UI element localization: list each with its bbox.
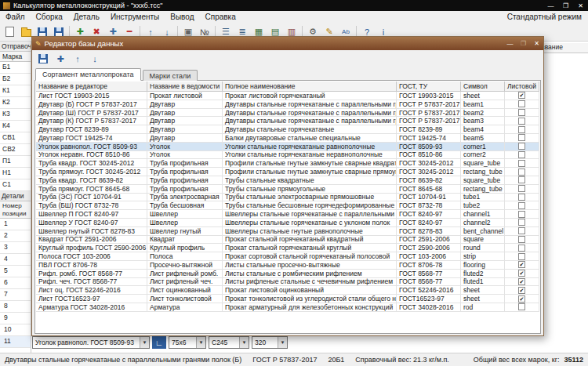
profile-select[interactable]: Уголок равнопол. ГОСТ 8509-93 ▼ (32, 336, 150, 349)
position-row[interactable]: 4 (0, 254, 31, 266)
sheet-checkbox[interactable] (518, 176, 525, 183)
file-new-button[interactable] (2, 24, 17, 40)
chevron-down-icon[interactable]: ▼ (196, 337, 205, 348)
tab-steel-marks[interactable]: Марки стали (143, 70, 198, 81)
table-row[interactable]: Полоса ГОСТ 103-2006ПолосаПрокат сортово… (36, 252, 539, 261)
mark-row[interactable]: СВ1 (0, 132, 31, 144)
mark-row[interactable]: С1 (0, 179, 31, 191)
sheet-checkbox[interactable] (518, 92, 525, 99)
table-row[interactable]: Уголок равнопол. ГОСТ 8509-93УголокУголк… (36, 143, 539, 151)
dialog-minimize-button[interactable]: — (503, 37, 517, 50)
menu-item-assembly[interactable]: Сборка (31, 11, 68, 23)
sheet-checkbox[interactable] (518, 227, 525, 234)
sheet-checkbox[interactable] (518, 109, 525, 116)
table-row[interactable]: Рифл. ромб. ГОСТ 8568-77Лист рифленый ро… (36, 270, 539, 278)
mark-row[interactable]: Н1 (0, 168, 31, 179)
position-row[interactable]: 8 (0, 301, 31, 313)
table-row[interactable]: ПВЛ ГОСТ 8706-78Просечно-вытяжнойЛисты с… (36, 261, 539, 270)
table-row[interactable]: Труба прямоуг. ГОСТ 30245-2012Труба проф… (36, 168, 539, 176)
table-row[interactable]: Уголок неравн. ГОСТ 8510-86УголокУголки … (36, 151, 539, 160)
sheet-checkbox[interactable] (518, 126, 525, 133)
table-row[interactable]: Круглый профиль ГОСТ 2590-2006Круглый пр… (36, 244, 539, 252)
sheet-checkbox[interactable] (518, 236, 525, 243)
menu-item-output[interactable]: Вывод (165, 11, 199, 23)
sheet-checkbox[interactable] (518, 143, 525, 150)
mark-row[interactable]: К1 (0, 85, 31, 97)
table-row[interactable]: Труба (ЭС) ГОСТ 10704-91Труба электросва… (36, 194, 539, 202)
mark-row[interactable]: Б2 (0, 74, 31, 85)
minimize-button[interactable]: — (543, 0, 558, 11)
table-row[interactable]: Двутавр (Ш) ГОСТ Р 57837-2017ДвутаврДвут… (36, 109, 539, 118)
table-row[interactable]: Труба прямоуг. ГОСТ 8645-68Труба профиль… (36, 185, 539, 194)
position-row[interactable]: 3 (0, 242, 31, 254)
sheet-checkbox[interactable] (518, 169, 525, 176)
close-button[interactable]: ✕ (573, 0, 588, 11)
table-row[interactable]: Двутавр ГОСТ 8239-89ДвутаврДвутавры стал… (36, 125, 539, 134)
sheet-checkbox[interactable] (518, 219, 525, 226)
position-row[interactable]: 9 (0, 313, 31, 324)
position-row[interactable]: 1 (0, 219, 31, 230)
mark-row[interactable]: К2 (0, 97, 31, 109)
sheet-checkbox[interactable] (518, 194, 525, 201)
table-row[interactable]: Рифл. чеч. ГОСТ 8568-77Лист рифленый чеч… (36, 278, 539, 287)
sheet-checkbox[interactable] (518, 295, 525, 303)
chevron-down-icon[interactable]: ▼ (239, 337, 249, 348)
maximize-button[interactable]: ❐ (558, 0, 573, 11)
table-row[interactable]: Труба квадр. ГОСТ 8639-82Труба профильна… (36, 176, 539, 185)
sheet-checkbox[interactable] (518, 303, 525, 310)
table-row[interactable]: Швеллер У ГОСТ 8240-97ШвеллерШвеллеры ст… (36, 219, 539, 227)
menu-item-detail[interactable]: Деталь (68, 11, 105, 23)
menu-item-tools[interactable]: Инструменты (105, 11, 165, 23)
position-row[interactable]: 11 (0, 336, 31, 348)
menu-item-file[interactable]: Файл (0, 11, 31, 23)
table-row[interactable]: Двутавр (Б) ГОСТ Р 57837-2017ДвутаврДвут… (36, 100, 539, 109)
size-select[interactable]: 75x6 ▼ (169, 336, 206, 349)
mark-row[interactable]: К4 (0, 121, 31, 132)
position-row[interactable]: 10 (0, 324, 31, 336)
table-row[interactable]: Арматура ГОСТ 34028-2016АрматураПрокат а… (36, 303, 539, 312)
row-up-button[interactable]: ↑ (70, 52, 85, 67)
table-row[interactable]: Швеллер гнутый ГОСТ 8278-83Швеллер гнуты… (36, 227, 539, 236)
sheet-checkbox[interactable] (518, 287, 525, 294)
table-row[interactable]: Швеллер П ГОСТ 8240-97ШвеллерШвеллеры ст… (36, 210, 539, 219)
table-row[interactable]: Труба квадр. ГОСТ 30245-2012Труба профил… (36, 159, 539, 168)
sheet-checkbox[interactable] (518, 100, 525, 107)
dialog-close-button[interactable]: ✕ (530, 37, 543, 50)
position-row[interactable]: 6 (0, 277, 31, 289)
table-row[interactable]: Двутавр (К) ГОСТ Р 57837-2017ДвутаврДвут… (36, 117, 539, 125)
chevron-down-icon[interactable]: ▼ (278, 337, 287, 348)
table-row[interactable]: Квадрат ГОСТ 2591-2006КвадратПрокат стал… (36, 236, 539, 245)
table-row[interactable]: Лист ГОСТ 19903-2015Прокат листовойПрока… (36, 92, 539, 100)
sheet-checkbox[interactable] (518, 211, 525, 218)
mark-row[interactable]: СВ2 (0, 144, 31, 156)
sheet-checkbox[interactable] (518, 202, 525, 209)
sheet-checkbox[interactable] (518, 185, 525, 192)
mark-row[interactable]: Б1 (0, 62, 31, 74)
length-select[interactable]: 320 ▼ (252, 336, 288, 349)
tab-sortament[interactable]: Сортамент металлопроката (35, 68, 141, 81)
mark-row[interactable]: П1 (0, 156, 31, 168)
position-row[interactable]: 7 (0, 289, 31, 301)
position-row[interactable]: 5 (0, 266, 31, 277)
profile-type-button[interactable]: ∟ (152, 336, 166, 349)
chevron-down-icon[interactable]: ▼ (140, 337, 149, 348)
position-row[interactable]: 2 (0, 230, 31, 242)
sheet-checkbox[interactable] (518, 261, 525, 268)
sheet-checkbox[interactable] (518, 118, 525, 125)
row-down-button[interactable]: ↓ (87, 52, 103, 67)
table-row[interactable]: Лист оц. ГОСТ 52246-2016Лист оцинкованны… (36, 286, 539, 295)
sheet-checkbox[interactable] (518, 134, 525, 141)
sheet-checkbox[interactable] (518, 160, 525, 167)
save-database-button[interactable] (35, 52, 51, 67)
add-row-button[interactable]: ✚ (53, 52, 68, 67)
table-row[interactable]: Двутавр ГОСТ 19425-74ДвутаврБалки двутав… (36, 134, 539, 143)
mark-row[interactable]: К3 (0, 109, 31, 121)
table-row[interactable]: Лист ГОСТ16523-97Лист тонколистовойПрока… (36, 295, 539, 303)
sheet-checkbox[interactable] (518, 253, 525, 260)
table-row[interactable]: Труба (БШ) ГОСТ 8732-78Труба бесшовнаяТр… (36, 201, 539, 210)
steel-grade-select[interactable]: C245 ▼ (209, 336, 249, 349)
sheet-checkbox[interactable] (518, 245, 525, 252)
menu-item-help[interactable]: Справка (200, 11, 241, 23)
sheet-checkbox[interactable] (518, 270, 525, 277)
sheet-checkbox[interactable] (518, 151, 525, 158)
